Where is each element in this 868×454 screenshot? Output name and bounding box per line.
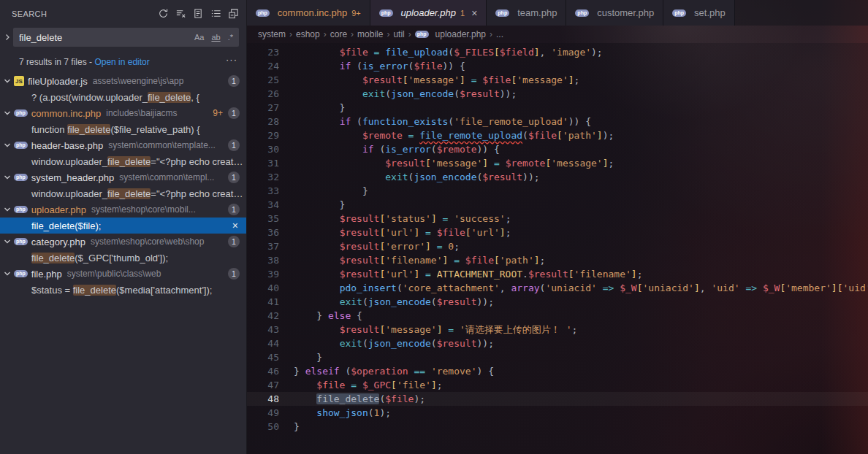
breadcrumb-item[interactable]: mobile bbox=[357, 29, 383, 39]
search-result-match[interactable]: file_delete($_GPC['thumb_old']); bbox=[0, 250, 246, 266]
code-line[interactable]: 45 } bbox=[247, 350, 868, 364]
line-number: 34 bbox=[247, 198, 279, 212]
code-line[interactable]: 42 } else { bbox=[247, 309, 868, 323]
open-in-editor-link[interactable]: Open in editor bbox=[94, 57, 149, 67]
sidebar-title: SEARCH bbox=[12, 9, 47, 18]
code-line[interactable]: 43 $result['message'] = '请选择要上传的图片！ '; bbox=[247, 323, 868, 336]
php-file-icon: php bbox=[14, 270, 28, 277]
search-result-file[interactable]: phpfile.phpsystem\public\class\web1 bbox=[0, 266, 246, 282]
code-line[interactable]: 29 $remote = file_remote_upload($file['p… bbox=[247, 128, 868, 142]
line-number: 27 bbox=[247, 101, 279, 115]
code-line[interactable]: 39 $result['url'] = ATTACHMENT_ROOT.$res… bbox=[247, 267, 868, 281]
result-file-path: includes\baijiacms bbox=[106, 108, 213, 118]
result-file-name: file.php bbox=[31, 269, 62, 280]
view-as-list-icon[interactable] bbox=[210, 8, 221, 19]
match-case-toggle[interactable]: Aa bbox=[191, 32, 207, 42]
search-result-file[interactable]: phpheader-base.phpsystem\common\template… bbox=[0, 137, 246, 153]
breadcrumb-item[interactable]: phpuploader.php bbox=[415, 29, 486, 39]
breadcrumb-item[interactable]: util bbox=[393, 29, 404, 39]
code-line[interactable]: 24 if (is_error($file)) { bbox=[247, 59, 868, 73]
tab-customer.php[interactable]: phpcustomer.php bbox=[566, 0, 663, 26]
php-file-icon: php bbox=[495, 9, 509, 17]
search-result-file[interactable]: phpcommon.inc.phpincludes\baijiacms9+1 bbox=[0, 105, 246, 121]
code-line[interactable]: 23 $file = file_upload($_FILES[$field], … bbox=[247, 45, 868, 59]
line-number: 46 bbox=[247, 364, 279, 378]
search-result-match[interactable]: function file_delete($file_relative_path… bbox=[0, 121, 246, 137]
code-line[interactable]: 26 exit(json_encode($result)); bbox=[247, 87, 868, 101]
line-number: 41 bbox=[247, 295, 279, 309]
code-line[interactable]: 36 $result['url'] = $file['url']; bbox=[247, 226, 868, 239]
code-line[interactable]: 48 file_delete($file); bbox=[247, 392, 868, 406]
match-highlight: file_delete bbox=[67, 124, 110, 135]
match-highlight: file_delete bbox=[107, 156, 151, 167]
search-result-match[interactable]: file_delete($file);× bbox=[0, 218, 246, 234]
collapse-all-icon[interactable] bbox=[228, 8, 239, 19]
clear-search-results-icon[interactable] bbox=[175, 8, 186, 19]
code-line[interactable]: 44 exit(json_encode($result)); bbox=[247, 336, 868, 350]
code-line[interactable]: 49 show_json(1); bbox=[247, 406, 868, 420]
search-result-file[interactable]: phpsystem_header.phpsystem\common\templ.… bbox=[0, 169, 246, 185]
vscode-window: SEARCH Aa ab .* ··· 7 results in 7 fil bbox=[0, 0, 868, 454]
php-file-icon: php bbox=[672, 9, 686, 17]
line-number: 35 bbox=[247, 212, 279, 226]
line-number: 39 bbox=[247, 267, 279, 281]
toggle-search-details[interactable]: ··· bbox=[226, 54, 237, 65]
code-line[interactable]: 25 $result['message'] = $file['message']… bbox=[247, 73, 868, 87]
search-result-match[interactable]: window.uploader_file_delete="<?php echo … bbox=[0, 153, 246, 169]
code-line[interactable]: 41 exit(json_encode($result)); bbox=[247, 295, 868, 309]
tab-common.inc.php[interactable]: phpcommon.inc.php9+ bbox=[247, 0, 370, 26]
tab-badge: 9+ bbox=[351, 9, 361, 18]
tab-team.php[interactable]: phpteam.php bbox=[487, 0, 566, 26]
code-line[interactable]: 40 pdo_insert('core_attachment', array('… bbox=[247, 281, 868, 295]
breadcrumb-item[interactable]: core bbox=[330, 29, 347, 39]
js-file-icon: JS bbox=[14, 76, 24, 86]
search-result-file[interactable]: JSfileUploader.jsassets\weengine\js\app1 bbox=[0, 73, 246, 89]
result-count-badge: 1 bbox=[228, 107, 240, 119]
breadcrumb-item[interactable]: system bbox=[258, 29, 286, 39]
search-result-match[interactable]: window.uploader_file_delete="<?php echo … bbox=[0, 185, 246, 201]
code-line[interactable]: 28 if (function_exists('file_remote_uplo… bbox=[247, 115, 868, 128]
line-number: 24 bbox=[247, 59, 279, 73]
chevron-down-icon bbox=[4, 238, 11, 245]
regex-toggle[interactable]: .* bbox=[225, 32, 236, 42]
code-line[interactable]: 32 exit(json_encode($result)); bbox=[247, 170, 868, 184]
code-line[interactable]: 27 } bbox=[247, 101, 868, 115]
line-number: 40 bbox=[247, 281, 279, 295]
tab-uploader.php[interactable]: phpuploader.php1× bbox=[370, 0, 487, 26]
code-line[interactable]: 47 $file = $_GPC['file']; bbox=[247, 378, 868, 392]
code-line[interactable]: 38 $result['filename'] = $file['path']; bbox=[247, 253, 868, 267]
code-line[interactable]: 30 if (is_error($remote)) { bbox=[247, 142, 868, 156]
code-line[interactable]: 50} bbox=[247, 420, 868, 434]
code-text: $file = file_upload($_FILES[$field], 'im… bbox=[294, 45, 603, 59]
close-icon[interactable]: × bbox=[471, 7, 477, 19]
php-file-icon: php bbox=[575, 9, 589, 17]
code-editor[interactable]: 23 $file = file_upload($_FILES[$field], … bbox=[247, 43, 868, 454]
search-result-match[interactable]: $status = file_delete($media['attachment… bbox=[0, 282, 246, 298]
refresh-icon[interactable] bbox=[158, 8, 169, 19]
match-highlight: file_delete bbox=[31, 253, 75, 263]
breadcrumb-item[interactable]: ... bbox=[496, 29, 503, 39]
code-line[interactable]: 34 } bbox=[247, 198, 868, 212]
code-line[interactable]: 35 $result['status'] = 'success'; bbox=[247, 212, 868, 226]
code-line[interactable]: 37 $result['error'] = 0; bbox=[247, 239, 868, 253]
breadcrumb-separator-icon: › bbox=[351, 29, 354, 39]
code-text: } else { bbox=[294, 309, 362, 323]
tab-set.php[interactable]: phpset.php bbox=[663, 0, 734, 26]
php-file-icon: php bbox=[415, 31, 429, 38]
dismiss-match-icon[interactable]: × bbox=[232, 220, 238, 231]
code-line[interactable]: 31 $result['message'] = $remote['message… bbox=[247, 156, 868, 170]
open-new-search-editor-icon[interactable] bbox=[193, 8, 204, 19]
chevron-down-icon bbox=[4, 77, 11, 85]
search-result-file[interactable]: phpuploader.phpsystem\eshop\core\mobil..… bbox=[0, 201, 246, 218]
search-input[interactable] bbox=[13, 32, 190, 43]
code-line[interactable]: 46} elseif ($operation == 'remove') { bbox=[247, 364, 868, 378]
breadcrumb-item[interactable]: eshop bbox=[296, 29, 320, 39]
tab-label: uploader.php bbox=[401, 7, 456, 18]
line-number: 33 bbox=[247, 184, 279, 198]
search-result-match[interactable]: ? (a.post(window.uploader_file_delete, { bbox=[0, 89, 246, 105]
result-file-name: uploader.php bbox=[31, 204, 86, 215]
whole-word-toggle[interactable]: ab bbox=[208, 32, 223, 42]
toggle-replace-chevron-icon[interactable] bbox=[1, 34, 13, 41]
search-result-file[interactable]: phpcategory.phpsystem\eshop\core\web\sho… bbox=[0, 234, 246, 250]
code-line[interactable]: 33 } bbox=[247, 184, 868, 198]
